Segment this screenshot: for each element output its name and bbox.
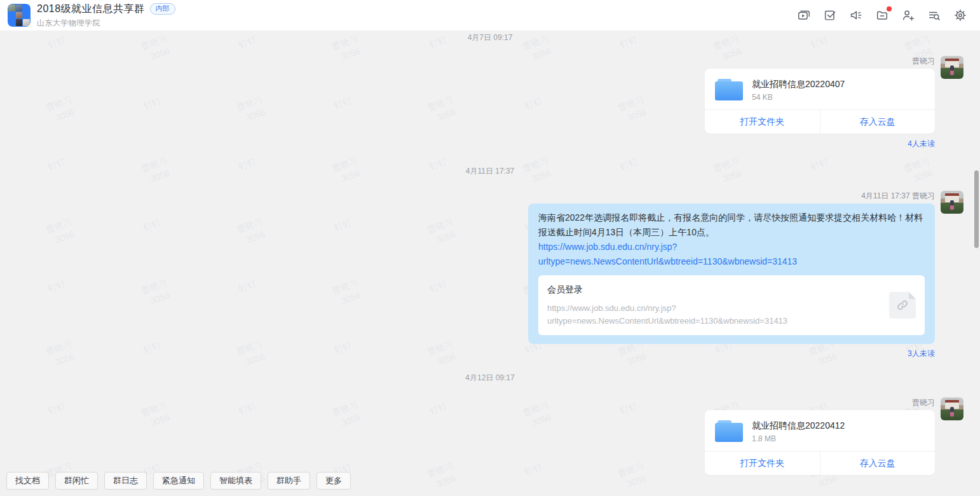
- message-link[interactable]: https://www.job.sdu.edu.cn/nry.jsp? urlt…: [538, 240, 925, 269]
- file-name: 就业招聘信息20220407: [752, 78, 845, 90]
- link-icon: [889, 292, 916, 319]
- folder-icon: [715, 79, 743, 100]
- message-text-link: 4月11日 17:37 曹晓习 海南省2022年选调报名即将截止，有报名意向的同…: [0, 191, 980, 359]
- save-to-drive-button[interactable]: 存入云盘: [820, 451, 936, 475]
- message-stream: 4月7日 09:17 曹晓习 就业招聘信息20220407 54 KB: [0, 31, 980, 496]
- chat-area: 曹晓习3056钉钉曹晓习3056钉钉曹晓习3056钉钉曹晓习3056钉钉曹晓习3…: [0, 31, 980, 496]
- chat-header: 2018级就业信息共享群 内部 山东大学物理学院: [0, 0, 980, 31]
- file-name: 就业招聘信息20220412: [752, 419, 845, 432]
- file-card[interactable]: 就业招聘信息20220407 54 KB 打开文件夹 存入云盘: [705, 69, 935, 134]
- unread-count[interactable]: 3人未读: [908, 348, 935, 359]
- message-header: 4月11日 17:37 曹晓习: [861, 191, 935, 201]
- add-member-icon[interactable]: [901, 8, 915, 22]
- save-to-drive-button[interactable]: 存入云盘: [820, 110, 936, 134]
- more-button[interactable]: 更多: [316, 472, 351, 490]
- sender-name: 曹晓习: [912, 397, 935, 408]
- folder-icon: [715, 420, 743, 442]
- group-log-button[interactable]: 群日志: [104, 472, 147, 490]
- message-text: 海南省2022年选调报名即将截止，有报名意向的同学，请尽快按照通知要求提交相关材…: [538, 210, 925, 240]
- time-divider: 4月7日 09:17: [0, 32, 980, 43]
- internal-badge: 内部: [150, 3, 175, 15]
- message-file-20220407: 曹晓习 就业招聘信息20220407 54 KB 打开文件夹 存入云盘: [0, 56, 980, 149]
- avatar[interactable]: [941, 191, 963, 214]
- settings-gear-icon[interactable]: [953, 8, 967, 22]
- group-subtitle: 山东大学物理学院: [37, 18, 175, 29]
- open-folder-button[interactable]: 打开文件夹: [705, 110, 820, 134]
- open-folder-button[interactable]: 打开文件夹: [705, 451, 820, 475]
- group-assistant-button[interactable]: 群助手: [268, 472, 310, 490]
- scrollbar-thumb[interactable]: [974, 170, 979, 248]
- link-preview-card[interactable]: 会员登录 https://www.job.sdu.edu.cn/nry.jsp?…: [538, 275, 925, 335]
- time-divider: 4月12日 09:17: [0, 372, 980, 383]
- find-docs-button[interactable]: 找文档: [6, 472, 49, 490]
- link-preview-title: 会员登录: [547, 283, 881, 296]
- header-toolbar: [797, 8, 970, 22]
- announcement-icon[interactable]: [849, 8, 863, 22]
- message-file-20220412: 曹晓习 就业招聘信息20220412 1.8 MB 打开文件夹 存入云盘: [0, 397, 980, 475]
- link-preview-url: https://www.job.sdu.edu.cn/nry.jsp? urlt…: [547, 302, 881, 327]
- group-title: 2018级就业信息共享群: [37, 3, 145, 16]
- smart-form-button[interactable]: 智能填表: [210, 472, 261, 490]
- task-check-icon[interactable]: [823, 8, 837, 22]
- file-card[interactable]: 就业招聘信息20220412 1.8 MB 打开文件夹 存入云盘: [705, 410, 935, 475]
- message-bubble: 海南省2022年选调报名即将截止，有报名意向的同学，请尽快按照通知要求提交相关材…: [528, 203, 935, 344]
- group-avatar[interactable]: [8, 4, 31, 27]
- file-size: 54 KB: [752, 93, 845, 102]
- file-size: 1.8 MB: [752, 434, 845, 443]
- group-toolbar: 找文档 群闲忙 群日志 紧急通知 智能填表 群助手 更多: [0, 472, 351, 490]
- video-meeting-icon[interactable]: [797, 8, 811, 22]
- time-divider: 4月11日 17:37: [0, 165, 980, 177]
- unread-count[interactable]: 4人未读: [908, 139, 935, 149]
- avatar[interactable]: [941, 56, 963, 79]
- urgent-notice-button[interactable]: 紧急通知: [153, 472, 204, 490]
- avatar[interactable]: [941, 397, 963, 420]
- sender-name: 曹晓习: [912, 56, 935, 66]
- group-status-button[interactable]: 群闲忙: [55, 472, 98, 490]
- chat-history-search-icon[interactable]: [927, 8, 941, 22]
- notification-dot: [887, 6, 892, 11]
- group-files-icon[interactable]: [875, 8, 889, 22]
